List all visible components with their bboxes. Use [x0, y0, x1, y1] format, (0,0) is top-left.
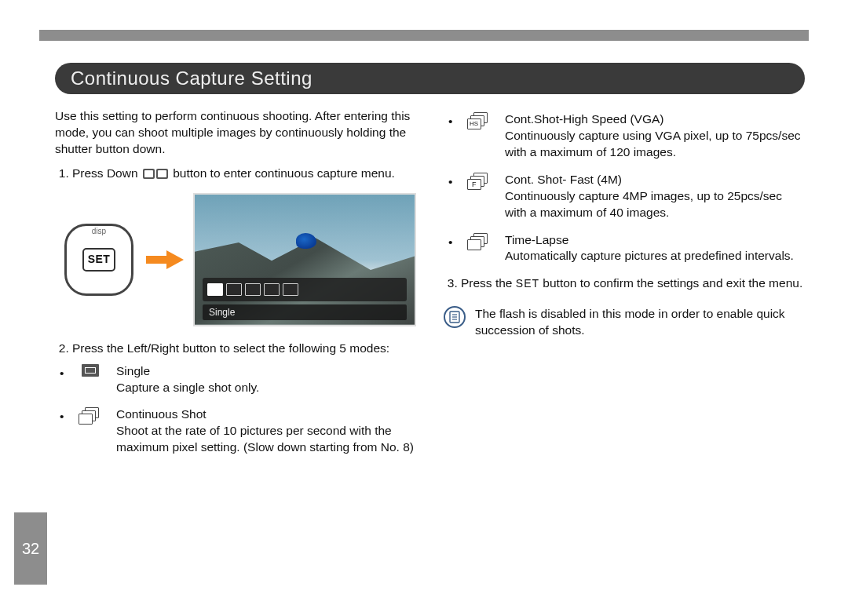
controller-set-label: SET [82, 248, 115, 272]
section-title: Continuous Capture Setting [55, 63, 805, 94]
preview-menu [203, 278, 407, 301]
step-1: Press Down button to enter continuous ca… [72, 166, 416, 182]
mode-chip [283, 283, 298, 296]
mode-continuous: • Continuous Shot Shoot at the rate of 1… [60, 406, 416, 456]
mode-fast: • Cont. Shot- Fast (4M) Continuously cap… [448, 172, 805, 221]
mode-desc: Automatically capture pictures at predef… [505, 249, 794, 262]
high-speed-icon [467, 112, 491, 129]
arrow-right-icon [146, 250, 184, 269]
note: The flash is disabled in this mode in or… [444, 306, 805, 339]
left-column: Use this setting to perform continuous s… [55, 108, 416, 467]
mode-desc: Capture a single shot only. [116, 381, 259, 394]
mode-desc: Shoot at the rate of 10 pictures per sec… [116, 424, 414, 454]
down-button-icon [143, 169, 168, 179]
fast-shot-icon [467, 173, 491, 190]
page-content: Continuous Capture Setting Use this sett… [55, 63, 805, 600]
step3-text-b: button to confirm the settings and exit … [543, 276, 802, 290]
step1-text-a: Press Down [72, 166, 138, 180]
single-shot-icon [82, 364, 99, 377]
controller-icon: disp SET [61, 221, 137, 299]
mode-title: Time-Lapse [505, 232, 805, 249]
mode-title: Single [116, 363, 416, 380]
mode-timelapse: • Time-Lapse Automatically capture pictu… [448, 232, 805, 265]
step1-text-b: button to enter continuous capture menu. [173, 166, 395, 180]
mode-title: Cont.Shot-High Speed (VGA) [505, 111, 805, 128]
mode-desc: Continuously capture using VGA pixel, up… [505, 129, 801, 159]
note-icon [444, 306, 466, 328]
right-column: • Cont.Shot-High Speed (VGA) Continuousl… [444, 108, 805, 467]
bird-icon [296, 233, 316, 249]
mode-chip-selected [207, 283, 223, 296]
intro-text: Use this setting to perform continuous s… [55, 108, 416, 158]
step3-text-a: Press the [461, 276, 512, 290]
time-lapse-icon [467, 233, 491, 250]
diagram: disp SET Single [61, 193, 416, 326]
top-bar [39, 30, 809, 41]
page-number: 32 [14, 512, 47, 585]
camera-preview: Single [193, 193, 416, 326]
step-2: Press the Left/Right button to select th… [72, 341, 416, 357]
mode-chip [264, 283, 280, 296]
mode-chip [226, 283, 242, 296]
mode-single: • Single Capture a single shot only. [60, 363, 416, 396]
mode-high-speed: • Cont.Shot-High Speed (VGA) Continuousl… [448, 111, 805, 161]
mode-title: Cont. Shot- Fast (4M) [505, 172, 805, 188]
mode-desc: Continuously capture 4MP images, up to 2… [505, 189, 782, 219]
controller-disp-label: disp [92, 226, 106, 237]
set-text-icon: SET [516, 277, 539, 290]
note-text: The flash is disabled in this mode in or… [475, 306, 805, 339]
preview-label: Single [203, 304, 407, 320]
continuous-shot-icon [79, 407, 102, 425]
mode-title: Continuous Shot [116, 406, 416, 423]
mode-chip [245, 283, 261, 296]
step-3: Press the SET button to confirm the sett… [461, 275, 805, 292]
